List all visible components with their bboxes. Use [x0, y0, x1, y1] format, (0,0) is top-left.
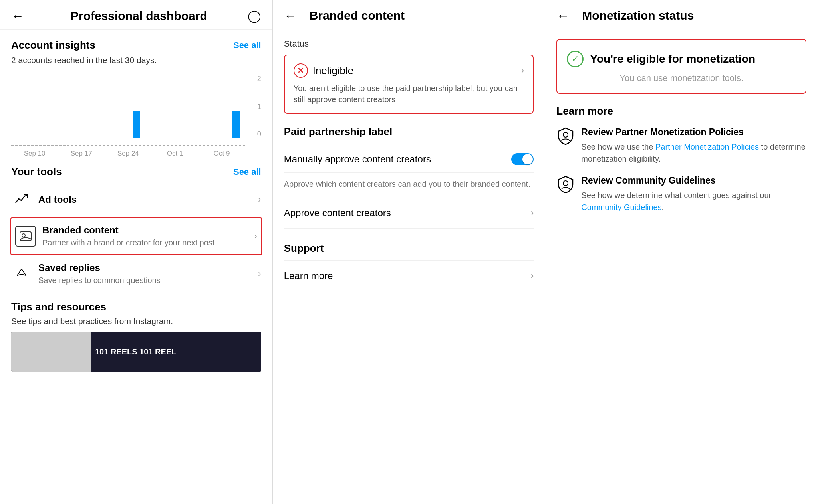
panel2-title: Branded content [310, 9, 405, 22]
saved-replies-chevron: › [258, 269, 261, 279]
x-label-0: Sep 10 [11, 150, 58, 158]
chart-y-labels: 2 1 0 [257, 75, 261, 138]
account-insights-header: Account insights See all [11, 39, 261, 51]
your-tools-see-all[interactable]: See all [233, 167, 261, 177]
tips-heading: Tips and resources [11, 301, 261, 313]
branded-content-text: Branded content Partner with a brand or … [42, 225, 254, 248]
learn-item-0-desc: See how we use the Partner Monetization … [581, 141, 806, 165]
tips-section: Tips and resources See tips and best pra… [0, 293, 272, 372]
ad-tools-name: Ad tools [38, 194, 258, 205]
tips-preview: 101 REELS 101 REEL [11, 332, 261, 372]
paid-partnership-title: Paid partnership label [284, 126, 534, 138]
learn-more-chevron: › [531, 271, 534, 281]
branded-content-name: Branded content [42, 225, 254, 236]
svg-point-1 [22, 234, 25, 237]
learn-item-1-suffix: . [662, 203, 664, 211]
learn-item-0-title: Review Partner Monetization Policies [581, 127, 806, 138]
chart-bar-2 [133, 111, 140, 138]
eligible-desc: You can use monetization tools. [567, 73, 796, 83]
eligible-row: ✓ You're eligible for monetization [567, 51, 796, 67]
tool-saved-replies[interactable]: Saved replies Save replies to common que… [11, 255, 261, 293]
approve-content-creators-label: Approve content creators [284, 208, 391, 219]
account-insights-subtext: 2 accounts reached in the last 30 days. [11, 55, 261, 65]
shield-icon-0 [556, 127, 575, 145]
gear-icon[interactable]: ◯ [248, 9, 261, 23]
svg-point-4 [563, 181, 568, 186]
learn-item-1-prefix: See how we determine what content goes a… [581, 191, 771, 200]
saved-replies-icon [11, 263, 32, 284]
learn-item-1-title: Review Community Guidelines [581, 175, 806, 186]
chart-bars [11, 75, 261, 138]
your-tools-heading: Your tools [11, 166, 62, 178]
learn-more-heading: Learn more [556, 105, 806, 117]
panel2-header: ← Branded content [273, 0, 545, 29]
toggle-row: Manually approve content creators [284, 146, 534, 173]
learn-more-item[interactable]: Learn more › [284, 261, 534, 291]
panel2-back-button[interactable]: ← [284, 9, 297, 22]
status-name: Ineligible [313, 65, 354, 77]
manually-approve-toggle[interactable] [511, 153, 534, 165]
panel-professional-dashboard: ← Professional dashboard ◯ Account insig… [0, 0, 273, 504]
learn-item-1: Review Community Guidelines See how we d… [556, 175, 806, 213]
tips-preview-text: 101 REELS 101 REEL [95, 347, 176, 356]
x-label-2: Sep 24 [105, 150, 151, 158]
chart-container: 2 1 0 Sep 10 Sep 17 Sep 24 Oct 1 Oct 9 [0, 71, 272, 158]
status-left: ✕ Ineligible [294, 63, 354, 78]
chart-bar-group-3 [161, 75, 211, 138]
x-label-4: Oct 9 [199, 150, 245, 158]
eligible-box: ✓ You're eligible for monetization You c… [556, 39, 806, 94]
toggle-thumb [522, 154, 533, 164]
svg-rect-0 [20, 232, 31, 241]
your-tools-header: Your tools See all [11, 166, 261, 178]
saved-replies-desc: Save replies to common questions [38, 275, 258, 285]
status-label: Status [284, 39, 534, 49]
svg-point-3 [563, 132, 568, 137]
learn-item-1-desc: See how we determine what content goes a… [581, 189, 806, 213]
community-guidelines-link[interactable]: Community Guidelines [581, 203, 661, 211]
partner-monetization-policies-link[interactable]: Partner Monetization Policies [655, 142, 759, 151]
ineligible-icon: ✕ [294, 63, 308, 78]
back-button[interactable]: ← [11, 10, 24, 22]
tips-preview-dark: 101 REELS 101 REEL [91, 332, 261, 372]
account-insights-heading: Account insights [11, 39, 95, 51]
panel1-title: Professional dashboard [30, 9, 248, 23]
tool-branded-content[interactable]: Branded content Partner with a brand or … [10, 217, 262, 255]
y-label-2: 2 [257, 75, 261, 83]
approve-chevron: › [531, 208, 534, 218]
approve-content-creators-item[interactable]: Approve content creators › [284, 198, 534, 229]
panel3-back-button[interactable]: ← [556, 9, 569, 22]
svg-marker-2 [17, 269, 26, 275]
chart-bar-group-0 [11, 75, 61, 138]
support-heading: Support [284, 242, 324, 254]
y-label-1: 1 [257, 103, 261, 111]
learn-item-0-prefix: See how we use the [581, 142, 655, 151]
check-circle-icon: ✓ [567, 51, 584, 67]
toggle-label: Manually approve content creators [284, 154, 431, 165]
shield-icon-1 [556, 175, 575, 194]
account-insights-section: Account insights See all 2 accounts reac… [0, 30, 272, 71]
learn-more-label: Learn more [284, 270, 333, 281]
saved-replies-name: Saved replies [38, 262, 258, 273]
status-row: ✕ Ineligible › [294, 63, 524, 78]
status-desc: You aren't eligible to use the paid part… [294, 83, 524, 105]
x-label-3: Oct 1 [151, 150, 198, 158]
monetization-section: ✓ You're eligible for monetization You c… [545, 29, 818, 223]
chart-bar-4 [232, 111, 240, 138]
status-chevron[interactable]: › [521, 65, 524, 76]
tool-ad-tools[interactable]: Ad tools › [11, 182, 261, 217]
account-insights-see-all[interactable]: See all [233, 40, 261, 51]
tips-preview-gray [11, 332, 91, 372]
chart-bar-group-1 [61, 75, 111, 138]
panel3-title: Monetization status [582, 9, 694, 22]
status-box: ✕ Ineligible › You aren't eligible to us… [284, 55, 534, 114]
chart-dashed-line [11, 145, 245, 146]
learn-item-0-text: Review Partner Monetization Policies See… [581, 127, 806, 165]
chart-bar-group-2 [111, 75, 161, 138]
tips-subtext: See tips and best practices from Instagr… [11, 316, 261, 326]
panel3-header: ← Monetization status [545, 0, 818, 29]
panel-branded-content: ← Branded content Status ✕ Ineligible › … [273, 0, 546, 504]
ad-tools-icon [11, 189, 32, 210]
branded-content-icon [15, 226, 36, 247]
chart-x-labels: Sep 10 Sep 17 Sep 24 Oct 1 Oct 9 [11, 150, 261, 158]
ad-tools-chevron: › [258, 194, 261, 205]
